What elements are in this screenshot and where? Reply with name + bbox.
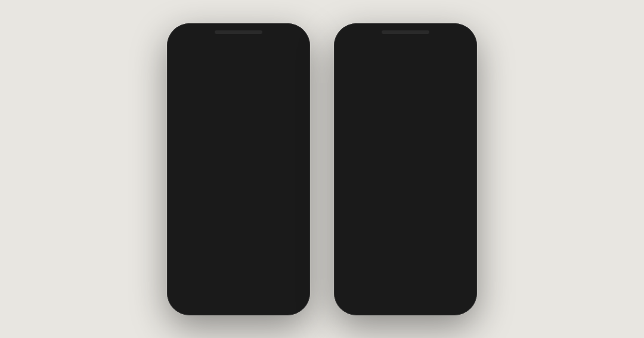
- back-button-1[interactable]: ‹ Lenovo: [178, 45, 197, 54]
- video-message-text: No power at all? Watch this tutorial to …: [347, 212, 458, 227]
- back-button-2[interactable]: ‹ Lenovo: [345, 45, 364, 54]
- status-time-2: 9:41: [347, 33, 358, 39]
- verified-badge-1: ✓: [228, 46, 234, 52]
- option-idealenovo[interactable]: 2. IdeaLenovo: [182, 202, 266, 215]
- video-title: No power at all?: [347, 212, 389, 218]
- message-text-2: Please select your product 9:41 AM: [182, 178, 266, 186]
- message-bubble-r1: Please select your product 9:41 AM 1. Th…: [343, 64, 439, 123]
- phone-2: 9:41 ▐▐▐ ≈ ▮ ‹ Lenovo Lenovo ✓ ▢ ✆: [334, 23, 477, 315]
- wa-header-2: ‹ Lenovo Lenovo ✓ ▢ ✆: [339, 41, 472, 59]
- status-time-1: 9:41: [180, 33, 191, 39]
- battery-icon-1: ▮: [295, 33, 297, 38]
- chat-area-1: Hi I'm your virtual assistant please cho…: [172, 59, 305, 309]
- play-icon: [400, 171, 407, 181]
- divider: [182, 85, 276, 86]
- contact-name-1: Lenovo: [200, 45, 226, 53]
- status-bar-1: 9:41 ▐▐▐ ≈ ▮: [172, 29, 305, 41]
- wifi-icon-1: ≈: [290, 33, 293, 38]
- header-actions-2: ▢ ✆: [448, 45, 466, 53]
- contact-info-1: Lenovo ✓: [200, 45, 281, 53]
- video-call-icon-2[interactable]: ▢: [448, 45, 454, 53]
- signal-icon-1: ▐▐▐: [278, 33, 289, 38]
- message-text-1: Hi I'm your virtual assistant please cho…: [182, 69, 276, 85]
- unread-badge-1: 1: [290, 160, 299, 170]
- phone-call-icon-1[interactable]: ✆: [293, 45, 299, 53]
- message-bubble-2: Please select your product 9:41 AM 1. Th…: [177, 173, 272, 232]
- unread-badge-2: 1: [290, 236, 299, 246]
- phone-1: 9:41 ▐▐▐ ≈ ▮ ‹ Lenovo Lenovo ✓ ▢ ✆: [167, 23, 310, 315]
- option-r-think[interactable]: 1. Think: [349, 79, 433, 92]
- battery-icon-2: ▮: [462, 33, 464, 38]
- option-think[interactable]: 1. Think: [182, 189, 266, 202]
- verified-badge-2: ✓: [395, 46, 401, 52]
- video-time: 9:41 AM: [384, 221, 400, 225]
- chevron-icon-2: ‹: [345, 45, 347, 54]
- chat-area-2: Please select your product 9:41 AM 1. Th…: [339, 59, 472, 309]
- option-no-power[interactable]: No power at all: [182, 87, 276, 100]
- divider-2: [182, 187, 266, 188]
- option-tablet[interactable]: 3. Tablet: [182, 215, 266, 228]
- video-message: No power at all? Watch this tutorial to …: [343, 139, 462, 230]
- option-keyboard[interactable]: Keyboard no response: [182, 113, 276, 126]
- contact-info-2: Lenovo ✓: [367, 45, 448, 53]
- header-actions-1: ▢ ✆: [281, 45, 299, 53]
- phone-call-icon-2[interactable]: ✆: [460, 45, 466, 53]
- status-icons-1: ▐▐▐ ≈ ▮: [278, 33, 297, 38]
- chevron-icon-1: ‹: [178, 45, 180, 54]
- video-thumbnail[interactable]: [347, 143, 458, 209]
- signal-icon-2: ▐▐▐: [445, 33, 456, 38]
- option-warranty[interactable]: Check general warranty: [182, 126, 276, 139]
- status-icons-2: ▐▐▐ ≈ ▮: [445, 33, 464, 38]
- wifi-icon-2: ≈: [457, 33, 460, 38]
- unread-badge-r1: 1: [457, 126, 466, 136]
- video-bg: [347, 143, 458, 209]
- phone-screen-1: 9:41 ▐▐▐ ≈ ▮ ‹ Lenovo Lenovo ✓ ▢ ✆: [172, 29, 305, 309]
- option-heating[interactable]: Heating related issue: [182, 100, 276, 113]
- back-label-1: Lenovo: [181, 46, 196, 52]
- play-button[interactable]: [392, 165, 413, 187]
- message-bubble-1: Hi I'm your virtual assistant please cho…: [177, 64, 282, 157]
- contact-name-2: Lenovo: [367, 45, 393, 53]
- option-other[interactable]: Other: [182, 139, 276, 152]
- video-call-icon-1[interactable]: ▢: [281, 45, 287, 53]
- divider-r1: [349, 77, 433, 78]
- option-r-idealenovo[interactable]: 2. IdeaLenovo: [349, 92, 433, 106]
- wa-header-1: ‹ Lenovo Lenovo ✓ ▢ ✆: [172, 41, 305, 59]
- phone-screen-2: 9:41 ▐▐▐ ≈ ▮ ‹ Lenovo Lenovo ✓ ▢ ✆: [339, 29, 472, 309]
- option-r-tablet[interactable]: 3. Tablet: [349, 106, 433, 118]
- message-text-r1: Please select your product 9:41 AM: [349, 69, 433, 76]
- status-bar-2: 9:41 ▐▐▐ ≈ ▮: [339, 29, 472, 41]
- back-label-2: Lenovo: [348, 46, 363, 52]
